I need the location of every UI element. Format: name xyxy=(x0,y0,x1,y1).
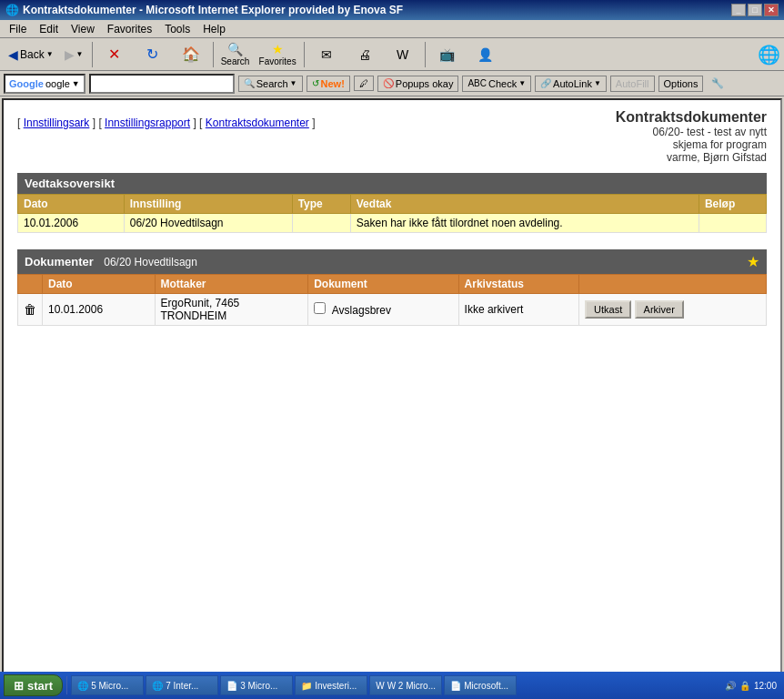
vedtak-col-vedtak: Vedtak xyxy=(350,195,699,214)
menu-file[interactable]: File xyxy=(4,21,32,37)
utkast-button[interactable]: Utkast xyxy=(585,300,631,319)
edit-icon: W xyxy=(397,47,408,62)
autolink-dropdown-icon: ▼ xyxy=(594,79,601,87)
taskbar-label-1: 7 Inter... xyxy=(166,681,198,691)
minimize-button[interactable]: _ xyxy=(731,4,746,16)
dokument-checkbox[interactable] xyxy=(314,302,326,314)
edit-button[interactable]: W xyxy=(385,46,421,64)
star-bookmark-icon[interactable]: ★ xyxy=(747,253,759,270)
popups-button[interactable]: 🚫 Popups okay xyxy=(377,76,459,92)
favorites-button[interactable]: ★ Favorites xyxy=(256,40,300,68)
menu-tools[interactable]: Tools xyxy=(159,21,196,37)
back-button[interactable]: ◀ Back ▼ xyxy=(4,45,58,65)
taskbar-label-0: 5 Micro... xyxy=(91,681,128,691)
dokumenter-section-header: Dokumenter 06/20 Hovedtilsagn ★ xyxy=(17,249,767,274)
ie-logo-icon: 🌐 xyxy=(758,44,780,66)
dokumenter-header-row: Dato Mottaker Dokument Arkivstatus xyxy=(18,275,767,294)
messenger-icon: 👤 xyxy=(477,47,493,62)
taskbar-item-0[interactable]: 🌐 5 Micro... xyxy=(71,675,144,695)
trash-icon[interactable]: 🗑 xyxy=(24,302,36,317)
taskbar-icon-4: W xyxy=(376,681,384,691)
wrench-button[interactable]: 🔧 xyxy=(707,76,729,91)
stop-icon: ✕ xyxy=(108,46,120,63)
taskbar-item-2[interactable]: 📄 3 Micro... xyxy=(220,675,293,695)
highlight-icon: 🖊 xyxy=(359,78,368,88)
taskbar-item-1[interactable]: 🌐 7 Inter... xyxy=(146,675,218,695)
home-button[interactable]: 🏠 xyxy=(173,44,209,65)
vedtak-col-dato: Dato xyxy=(18,195,125,214)
breadcrumb-nav: [ Innstillingsark ] [ Innstillingsrappor… xyxy=(17,116,316,129)
mail-button[interactable]: ✉ xyxy=(308,46,345,64)
google-text: oogle xyxy=(45,78,70,89)
doc-cell-actions: Utkast Arkiver xyxy=(579,294,767,326)
forward-icon: ▶ xyxy=(65,47,75,62)
windows-icon: ⊞ xyxy=(14,679,24,693)
separator-1 xyxy=(92,42,93,67)
page-subtitle-3: varme, Bjørn Gifstad xyxy=(616,151,767,164)
forward-dropdown-icon: ▼ xyxy=(76,50,84,58)
popups-icon: 🚫 xyxy=(383,78,394,88)
stop-button[interactable]: ✕ xyxy=(96,44,133,65)
refresh-button[interactable]: ↻ xyxy=(135,44,171,65)
google-search-icon: 🔍 xyxy=(244,78,255,88)
ie-icon: 🌐 xyxy=(5,4,19,16)
menu-view[interactable]: View xyxy=(65,21,100,37)
highlight-button[interactable]: 🖊 xyxy=(354,76,374,91)
nav-kontraktsdokumenter[interactable]: Kontraktsdokumenter xyxy=(206,116,309,129)
taskbar-label-3: Investeri... xyxy=(315,681,357,691)
table-row: 🗑 10.01.2006 ErgoRunit, 7465 TRONDHEIM A… xyxy=(18,294,767,326)
menu-help[interactable]: Help xyxy=(197,21,231,37)
taskbar-icon-3: 📁 xyxy=(301,681,312,691)
taskbar-item-3[interactable]: 📁 Investeri... xyxy=(295,675,367,695)
separator-4 xyxy=(425,42,426,67)
back-icon: ◀ xyxy=(8,47,18,62)
search-icon: 🔍 xyxy=(227,42,243,56)
vedtak-section: Vedtaksoversikt Dato Innstilling Type Ve… xyxy=(17,173,767,233)
taskbar-item-4[interactable]: W W 2 Micro... xyxy=(369,675,442,695)
forward-button[interactable]: ▶ ▼ xyxy=(60,45,88,65)
nav-innstillingsrapport[interactable]: Innstillingsrapport xyxy=(105,116,190,129)
doc-cell-dato: 10.01.2006 xyxy=(43,294,156,326)
options-label: Options xyxy=(664,78,699,89)
doc-cell-dokument: Avslagsbrev xyxy=(308,294,458,326)
nav-innstillingsark[interactable]: Innstillingsark xyxy=(24,116,90,129)
menu-favorites[interactable]: Favorites xyxy=(102,21,157,37)
separator-2 xyxy=(213,42,214,67)
autofill-button[interactable]: AutoFill xyxy=(610,76,655,92)
dokumenter-subtitle: 06/20 Hovedtilsagn xyxy=(104,256,197,268)
new-button[interactable]: ↺ New! xyxy=(307,76,350,92)
menu-edit[interactable]: Edit xyxy=(34,21,64,37)
arkiver-button[interactable]: Arkiver xyxy=(635,300,684,319)
media-button[interactable]: 📺 xyxy=(429,46,466,64)
google-selector[interactable]: Google oogle ▼ xyxy=(4,74,85,94)
start-button[interactable]: ⊞ start xyxy=(4,674,63,696)
print-button[interactable]: 🖨 xyxy=(347,46,383,64)
close-button[interactable]: ✕ xyxy=(764,4,779,16)
media-icon: 📺 xyxy=(439,47,455,62)
google-search-input[interactable] xyxy=(91,78,233,89)
menubar: File Edit View Favorites Tools Help xyxy=(0,20,784,38)
doc-cell-arkivstatus: Ikke arkivert xyxy=(458,294,579,326)
check-dropdown-icon: ▼ xyxy=(518,79,526,87)
toolbar: ◀ Back ▼ ▶ ▼ ✕ ↻ 🏠 🔍 Search ★ Favorites … xyxy=(0,38,784,71)
google-search-input-box[interactable] xyxy=(89,74,235,94)
vedtak-header-row: Dato Innstilling Type Vedtak Beløp xyxy=(18,195,767,214)
messenger-button[interactable]: 👤 xyxy=(467,46,504,64)
google-dropdown-icon[interactable]: ▼ xyxy=(72,79,80,88)
check-button[interactable]: ABC Check ▼ xyxy=(462,76,531,92)
doc-col-actions xyxy=(579,275,767,294)
page-subtitle-2: skjema for program xyxy=(616,138,767,151)
page-title: Kontraktsdokumenter xyxy=(616,109,767,126)
taskbar-item-5[interactable]: 📄 Microsoft... xyxy=(444,675,517,695)
search-button[interactable]: 🔍 Search xyxy=(217,40,254,68)
options-button[interactable]: Options xyxy=(658,76,704,92)
autolink-button[interactable]: 🔗 AutoLink ▼ xyxy=(535,76,607,92)
systray-icon-2: 🔒 xyxy=(739,681,750,691)
back-label: Back xyxy=(20,48,45,61)
doc-col-mottaker: Mottaker xyxy=(155,275,308,294)
vedtak-table: Dato Innstilling Type Vedtak Beløp 10.01… xyxy=(17,194,767,233)
taskbar-icon-5: 📄 xyxy=(450,681,461,691)
google-search-button[interactable]: 🔍 Search ▼ xyxy=(238,76,303,92)
maximize-button[interactable]: □ xyxy=(748,4,762,16)
vedtak-col-innstilling: Innstilling xyxy=(124,195,292,214)
